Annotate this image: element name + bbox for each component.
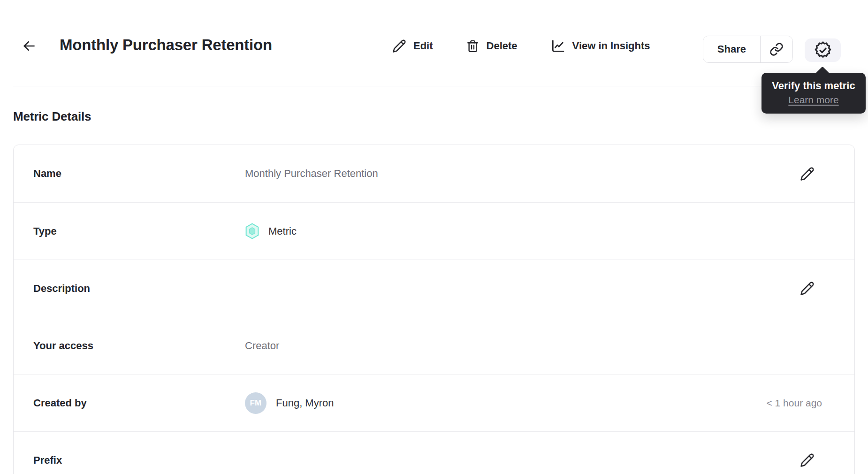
link-icon: [769, 42, 784, 56]
page-header: Monthly Purchaser Retention Edit Delete: [0, 0, 868, 86]
share-button-group: Share: [703, 36, 793, 63]
avatar: FM: [245, 392, 266, 414]
main-content: Metric Details Name Monthly Purchaser Re…: [0, 109, 868, 474]
pencil-icon: [800, 281, 815, 296]
header-left: Monthly Purchaser Retention: [21, 36, 272, 54]
detail-row-description: Description: [14, 260, 854, 317]
row-label: Your access: [33, 340, 245, 352]
section-title: Metric Details: [13, 109, 855, 124]
page-title: Monthly Purchaser Retention: [60, 36, 272, 54]
trash-icon: [466, 39, 480, 53]
pencil-icon: [800, 167, 815, 181]
header-buttons: Share: [703, 36, 841, 63]
row-label: Prefix: [33, 454, 245, 466]
verify-metric-button[interactable]: [805, 38, 841, 62]
learn-more-link[interactable]: Learn more: [788, 94, 838, 106]
created-by-value: FM Fung, Myron: [245, 392, 766, 414]
row-label: Name: [33, 168, 245, 180]
row-label: Description: [33, 283, 245, 295]
verify-tooltip: Verify this metric Learn more: [761, 73, 866, 114]
creator-name: Fung, Myron: [276, 397, 334, 409]
share-button[interactable]: Share: [703, 36, 760, 62]
created-time: < 1 hour ago: [766, 398, 822, 409]
detail-row-name: Name Monthly Purchaser Retention: [14, 145, 854, 202]
row-label: Type: [33, 225, 245, 237]
name-value: Monthly Purchaser Retention: [245, 168, 800, 180]
detail-row-type: Type Metric: [14, 202, 854, 260]
verified-badge-icon: [814, 41, 832, 60]
edit-label: Edit: [413, 40, 433, 52]
header-divider: [13, 86, 855, 86]
pencil-icon: [392, 39, 406, 53]
edit-description-button[interactable]: [800, 281, 815, 296]
detail-row-created-by: Created by FM Fung, Myron < 1 hour ago: [14, 374, 854, 431]
edit-name-button[interactable]: [800, 167, 815, 181]
header-actions: Edit Delete View in Insights: [392, 36, 650, 56]
tooltip-title: Verify this metric: [766, 80, 861, 92]
pencil-icon: [800, 453, 815, 467]
line-chart-icon: [550, 38, 565, 54]
share-label: Share: [717, 43, 746, 55]
edit-prefix-button[interactable]: [800, 453, 815, 467]
metric-details-card: Name Monthly Purchaser Retention Type: [13, 145, 855, 474]
tooltip-arrow: [815, 66, 830, 81]
view-in-insights-label: View in Insights: [572, 40, 650, 52]
delete-button[interactable]: Delete: [466, 39, 518, 53]
arrow-left-icon: [22, 39, 36, 53]
delete-label: Delete: [487, 40, 518, 52]
row-label: Created by: [33, 397, 245, 409]
metric-detail-page: Monthly Purchaser Retention Edit Delete: [0, 0, 868, 474]
type-value: Metric: [245, 223, 835, 239]
view-in-insights-button[interactable]: View in Insights: [550, 38, 650, 54]
detail-row-access: Your access Creator: [14, 317, 854, 374]
access-value: Creator: [245, 340, 835, 352]
edit-button[interactable]: Edit: [392, 39, 433, 53]
copy-link-button[interactable]: [760, 36, 792, 62]
detail-row-prefix: Prefix: [14, 431, 854, 474]
hexagon-metric-icon: [245, 223, 259, 239]
back-button[interactable]: [21, 38, 38, 54]
type-label: Metric: [268, 225, 297, 237]
